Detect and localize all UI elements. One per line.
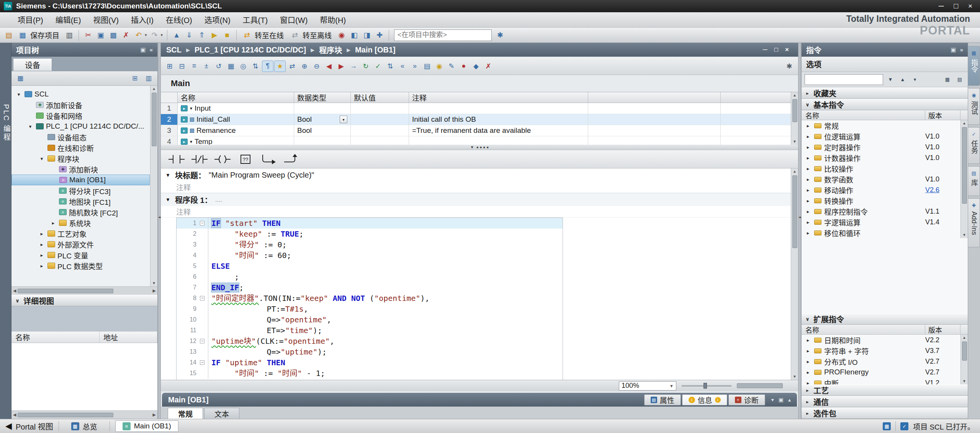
go-offline-button[interactable]: ⇄转至离线 <box>288 29 335 42</box>
copy-icon[interactable]: ▣ <box>95 29 106 41</box>
scroll-down-icon[interactable]: ▼ <box>793 139 797 145</box>
tree-item-plc-数据类型[interactable]: ▸PLC 数据类型 <box>11 260 150 271</box>
menu-insert[interactable]: 插入(I) <box>125 12 160 28</box>
save-project-button[interactable]: ▦保存项目 <box>16 29 62 42</box>
undo-icon[interactable]: ↶ <box>133 29 144 41</box>
instruction-group-math[interactable]: ▸数学函数V1.0 <box>802 174 960 185</box>
code-text[interactable]: IF "start" THEN <box>208 218 563 229</box>
code-text[interactable]: Q=>"uptime"); <box>208 346 563 357</box>
scroll-thumb[interactable] <box>792 175 797 248</box>
detail-column-name[interactable]: 名称 <box>11 332 100 343</box>
cell-default-value[interactable] <box>351 136 409 145</box>
collapse-panel-icon[interactable]: » <box>960 46 963 53</box>
start-search-icon[interactable]: ✱ <box>494 29 506 41</box>
section-option-packages[interactable]: ▸ 选件包 <box>802 407 968 419</box>
expand-arrow-icon[interactable]: ▸ <box>805 380 811 385</box>
expand-arrow-icon[interactable]: ▸ <box>805 209 811 214</box>
tree-item-随机数块-fc2-[interactable]: ≡随机数块 [FC2] <box>11 207 150 217</box>
network-title-placeholder[interactable]: .... <box>215 196 223 204</box>
scroll-thumb[interactable] <box>18 413 113 417</box>
network-comment-placeholder[interactable]: 注释 <box>161 206 798 217</box>
cell-name[interactable]: ▸▾Input <box>178 103 294 114</box>
inspector-tab-diagnostics[interactable]: +诊断 <box>728 394 765 405</box>
split-editor-horizontal-icon[interactable]: ◧ <box>348 29 360 41</box>
instruction-group-date-time[interactable]: ▸日期和时间V2.2 <box>802 335 960 345</box>
row-number[interactable]: 3 <box>161 125 178 136</box>
expand-arrow-icon[interactable]: ▸ <box>805 230 811 236</box>
breadcrumb-item[interactable]: SCL <box>166 46 182 54</box>
undo-dropdown-icon[interactable]: ▾ <box>145 33 147 38</box>
tree-item-plc-变量[interactable]: ▸PLC 变量 <box>11 250 150 260</box>
zoom-select[interactable]: 100% ▼ <box>619 381 676 391</box>
breadcrumb-item[interactable]: Main [OB1] <box>355 46 396 54</box>
scroll-down-icon[interactable]: ▼ <box>962 232 966 238</box>
inspector-collapse-icon[interactable]: ▾ <box>771 397 774 403</box>
cell-data-type[interactable]: Bool <box>294 125 351 136</box>
instructions-search-input[interactable] <box>805 74 883 85</box>
tree-horizontal-scrollbar[interactable]: ◀ ▶ <box>11 286 157 295</box>
cell-name[interactable]: ▸▾Temp <box>178 136 294 145</box>
rail-tab-指令[interactable]: ▦指令 <box>968 46 980 86</box>
editor-settings-icon[interactable]: ✱ <box>784 60 795 72</box>
network-title-toggle-icon[interactable]: ▤ <box>421 60 433 72</box>
scroll-down-icon[interactable]: ▼ <box>152 280 156 286</box>
menu-project[interactable]: 项目(P) <box>11 12 49 28</box>
collapse-panel-icon[interactable]: « <box>150 46 153 53</box>
code-text[interactable]: "得分" := 0; <box>208 239 563 250</box>
favorites-view-icon[interactable]: ▦ <box>942 75 952 85</box>
tree-editor-splitter[interactable]: ◂▸ <box>158 43 161 419</box>
breakpoints-icon[interactable]: ● <box>458 60 470 72</box>
detail-horizontal-scrollbar[interactable]: ◀ ▶ <box>11 410 157 419</box>
window-minimize-button[interactable]: ─ <box>939 2 944 10</box>
column-header[interactable]: 注释 <box>409 92 588 103</box>
load-snapshots-icon[interactable]: ⇅ <box>250 60 261 72</box>
editor-maximize-button[interactable]: □ <box>774 46 778 54</box>
rail-tab-库[interactable]: ▤库 <box>968 166 980 196</box>
scroll-left-icon[interactable]: ◀ <box>13 412 16 417</box>
menu-help[interactable]: 帮助(H) <box>314 12 352 28</box>
expand-arrow-icon[interactable]: ▸ <box>805 144 811 150</box>
scroll-up-icon[interactable]: ▲ <box>152 86 156 92</box>
favorites-toggle-icon[interactable]: ★ <box>274 60 286 72</box>
scroll-right-icon[interactable]: ▶ <box>153 412 156 417</box>
scroll-thumb[interactable] <box>962 127 967 204</box>
column-header[interactable]: 数据类型 <box>294 92 351 103</box>
instruction-group-general[interactable]: ▸常规 <box>802 120 960 131</box>
section-technology[interactable]: ▸ 工艺 <box>802 384 968 396</box>
tree-item-添加新块[interactable]: ✚添加新块 <box>11 164 150 175</box>
code-line-12[interactable]: 12−"uptime块"(CLK:="opentime", <box>177 336 563 346</box>
tree-item-工艺对象[interactable]: ▸工艺对象 <box>11 228 150 239</box>
empty-box-icon[interactable]: ?? <box>237 153 254 166</box>
online-diagnostics-icon[interactable]: ◉ <box>336 29 347 41</box>
block-comment-placeholder[interactable]: 注释 <box>161 181 798 193</box>
collapse-triangle-icon[interactable]: ▼ <box>165 172 172 178</box>
menu-options[interactable]: 选项(N) <box>198 12 237 28</box>
group-expand-icon[interactable]: ▾ <box>190 106 192 111</box>
outdent-icon[interactable]: « <box>397 60 408 72</box>
instruction-group-convert[interactable]: ▸转换操作 <box>802 195 960 206</box>
portal-view-button[interactable]: ◀ Portal 视图 <box>5 421 53 432</box>
inspector-tab-info[interactable]: i信息i <box>682 394 727 405</box>
editor-minimize-button[interactable]: ─ <box>763 46 767 54</box>
row-number[interactable]: 4 <box>161 136 178 145</box>
menu-tools[interactable]: 工具(T) <box>237 12 274 28</box>
collapse-triangle-icon[interactable]: ▼ <box>165 197 172 203</box>
code-line-10[interactable]: 10 Q=>"opentime", <box>177 314 563 325</box>
expand-arrow-icon[interactable]: ▸ <box>805 219 811 225</box>
palette-view-icon[interactable]: ▤ <box>955 75 965 85</box>
collapse-region-icon[interactable]: − <box>200 339 205 343</box>
snapshot-values-icon[interactable]: ◎ <box>237 60 249 72</box>
cell-default-value[interactable] <box>351 125 409 136</box>
reset-start-values-icon[interactable]: ↺ <box>213 60 224 72</box>
row-number[interactable]: 2 <box>161 114 178 125</box>
section-communication[interactable]: ▸ 通信 <box>802 396 968 407</box>
subtab-general[interactable]: 常规 <box>168 408 203 419</box>
scroll-up-icon[interactable]: ▲ <box>962 120 966 126</box>
next-error-icon[interactable]: ▶ <box>335 60 347 72</box>
code-line-5[interactable]: 5ELSE <box>177 261 563 271</box>
instruction-group-profienergy[interactable]: ▸PROFIenergyV2.7 <box>802 367 960 377</box>
project-search-input[interactable] <box>394 29 492 41</box>
scroll-thumb[interactable] <box>152 93 157 146</box>
row-number[interactable]: 1 <box>161 103 178 114</box>
code-text[interactable]: Q=>"opentime", <box>208 314 563 325</box>
